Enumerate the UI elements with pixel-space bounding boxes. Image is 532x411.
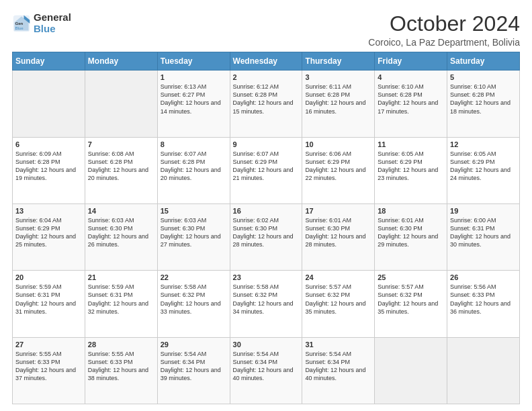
day-info: Sunrise: 5:57 AM Sunset: 6:32 PM Dayligh… [378, 283, 444, 316]
calendar-day-cell: 27Sunrise: 5:55 AM Sunset: 6:33 PM Dayli… [13, 337, 85, 404]
day-number: 11 [378, 140, 444, 148]
day-number: 29 [161, 340, 227, 349]
calendar-week-row: 13Sunrise: 6:04 AM Sunset: 6:29 PM Dayli… [13, 203, 520, 270]
logo-general: General [34, 12, 71, 24]
day-info: Sunrise: 6:01 AM Sunset: 6:30 PM Dayligh… [305, 216, 371, 249]
day-number: 31 [305, 340, 371, 349]
calendar-day-cell: 2Sunrise: 6:12 AM Sunset: 6:28 PM Daylig… [230, 71, 302, 137]
logo-blue: Blue [34, 24, 71, 35]
day-number: 3 [305, 73, 371, 81]
calendar-day-header: Saturday [447, 52, 520, 71]
day-number: 21 [88, 273, 154, 281]
day-info: Sunrise: 5:58 AM Sunset: 6:32 PM Dayligh… [161, 283, 227, 316]
day-number: 16 [233, 207, 300, 215]
calendar-day-cell: 1Sunrise: 6:13 AM Sunset: 6:27 PM Daylig… [157, 71, 230, 137]
calendar-week-row: 27Sunrise: 5:55 AM Sunset: 6:33 PM Dayli… [13, 337, 520, 404]
day-number: 19 [450, 207, 517, 215]
day-number: 2 [233, 73, 300, 81]
day-number: 15 [161, 207, 227, 215]
day-info: Sunrise: 6:11 AM Sunset: 6:28 PM Dayligh… [305, 83, 371, 116]
calendar-day-cell: 28Sunrise: 5:55 AM Sunset: 6:33 PM Dayli… [85, 337, 157, 404]
calendar-day-cell: 19Sunrise: 6:00 AM Sunset: 6:31 PM Dayli… [447, 203, 520, 270]
calendar-day-cell: 7Sunrise: 6:08 AM Sunset: 6:28 PM Daylig… [85, 137, 157, 203]
day-info: Sunrise: 5:56 AM Sunset: 6:33 PM Dayligh… [450, 283, 517, 316]
calendar-week-row: 6Sunrise: 6:09 AM Sunset: 6:28 PM Daylig… [13, 137, 520, 203]
calendar-day-cell: 29Sunrise: 5:54 AM Sunset: 6:34 PM Dayli… [157, 337, 230, 404]
day-number: 13 [15, 207, 82, 215]
calendar-day-cell: 17Sunrise: 6:01 AM Sunset: 6:30 PM Dayli… [302, 203, 375, 270]
calendar-day-cell: 25Sunrise: 5:57 AM Sunset: 6:32 PM Dayli… [375, 271, 447, 337]
calendar-day-cell: 21Sunrise: 5:59 AM Sunset: 6:31 PM Dayli… [85, 271, 157, 337]
calendar-day-cell: 15Sunrise: 6:03 AM Sunset: 6:30 PM Dayli… [157, 203, 230, 270]
calendar-day-cell: 20Sunrise: 5:59 AM Sunset: 6:31 PM Dayli… [13, 271, 85, 337]
calendar-day-cell: 23Sunrise: 5:58 AM Sunset: 6:32 PM Dayli… [230, 271, 302, 337]
calendar-day-cell: 24Sunrise: 5:57 AM Sunset: 6:32 PM Dayli… [302, 271, 375, 337]
day-number: 28 [88, 340, 154, 349]
calendar-day-header: Wednesday [230, 52, 302, 71]
calendar-day-cell: 18Sunrise: 6:01 AM Sunset: 6:30 PM Dayli… [375, 203, 447, 270]
calendar-day-header: Thursday [302, 52, 375, 71]
day-info: Sunrise: 5:54 AM Sunset: 6:34 PM Dayligh… [305, 350, 371, 383]
day-info: Sunrise: 6:12 AM Sunset: 6:28 PM Dayligh… [233, 83, 300, 116]
day-number: 14 [88, 207, 154, 215]
day-info: Sunrise: 6:04 AM Sunset: 6:29 PM Dayligh… [15, 216, 82, 249]
day-info: Sunrise: 5:55 AM Sunset: 6:33 PM Dayligh… [88, 350, 154, 383]
day-number: 9 [233, 140, 300, 148]
calendar-week-row: 20Sunrise: 5:59 AM Sunset: 6:31 PM Dayli… [13, 271, 520, 337]
page-subtitle: Coroico, La Paz Department, Bolivia [368, 37, 520, 48]
calendar-day-cell: 3Sunrise: 6:11 AM Sunset: 6:28 PM Daylig… [302, 71, 375, 137]
calendar-day-cell: 30Sunrise: 5:54 AM Sunset: 6:34 PM Dayli… [230, 337, 302, 404]
day-info: Sunrise: 6:08 AM Sunset: 6:28 PM Dayligh… [88, 150, 154, 183]
calendar-day-cell: 10Sunrise: 6:06 AM Sunset: 6:29 PM Dayli… [302, 137, 375, 203]
calendar-day-cell: 26Sunrise: 5:56 AM Sunset: 6:33 PM Dayli… [447, 271, 520, 337]
calendar-day-header: Monday [85, 52, 157, 71]
day-info: Sunrise: 6:06 AM Sunset: 6:29 PM Dayligh… [305, 150, 371, 183]
day-number: 17 [305, 207, 371, 215]
calendar-day-cell: 5Sunrise: 6:10 AM Sunset: 6:28 PM Daylig… [447, 71, 520, 137]
day-number: 20 [15, 273, 82, 281]
day-info: Sunrise: 5:59 AM Sunset: 6:31 PM Dayligh… [88, 283, 154, 316]
calendar-day-cell: 13Sunrise: 6:04 AM Sunset: 6:29 PM Dayli… [13, 203, 85, 270]
day-number: 27 [15, 340, 82, 349]
day-info: Sunrise: 6:10 AM Sunset: 6:28 PM Dayligh… [450, 83, 517, 116]
day-number: 25 [378, 273, 444, 281]
calendar-day-cell [375, 337, 447, 404]
day-number: 22 [161, 273, 227, 281]
day-info: Sunrise: 5:54 AM Sunset: 6:34 PM Dayligh… [233, 350, 300, 383]
calendar-header-row: SundayMondayTuesdayWednesdayThursdayFrid… [13, 52, 520, 71]
day-number: 10 [305, 140, 371, 148]
day-info: Sunrise: 5:54 AM Sunset: 6:34 PM Dayligh… [161, 350, 227, 383]
calendar-day-header: Tuesday [157, 52, 230, 71]
calendar-day-cell: 12Sunrise: 6:05 AM Sunset: 6:29 PM Dayli… [447, 137, 520, 203]
day-number: 1 [161, 73, 227, 81]
day-info: Sunrise: 6:05 AM Sunset: 6:29 PM Dayligh… [450, 150, 517, 183]
day-number: 7 [88, 140, 154, 148]
calendar-day-cell: 11Sunrise: 6:05 AM Sunset: 6:29 PM Dayli… [375, 137, 447, 203]
day-number: 24 [305, 273, 371, 281]
day-info: Sunrise: 6:10 AM Sunset: 6:28 PM Dayligh… [378, 83, 444, 116]
day-info: Sunrise: 6:00 AM Sunset: 6:31 PM Dayligh… [450, 216, 517, 249]
calendar-day-cell: 22Sunrise: 5:58 AM Sunset: 6:32 PM Dayli… [157, 271, 230, 337]
day-info: Sunrise: 6:02 AM Sunset: 6:30 PM Dayligh… [233, 216, 300, 249]
svg-text:Gen: Gen [15, 20, 23, 25]
calendar-day-cell [85, 71, 157, 137]
calendar-day-cell: 4Sunrise: 6:10 AM Sunset: 6:28 PM Daylig… [375, 71, 447, 137]
calendar-day-header: Sunday [13, 52, 85, 71]
day-info: Sunrise: 5:55 AM Sunset: 6:33 PM Dayligh… [15, 350, 82, 383]
day-info: Sunrise: 6:03 AM Sunset: 6:30 PM Dayligh… [161, 216, 227, 249]
page-title: October 2024 [368, 12, 520, 36]
calendar-table: SundayMondayTuesdayWednesdayThursdayFrid… [12, 52, 520, 404]
calendar-day-cell: 16Sunrise: 6:02 AM Sunset: 6:30 PM Dayli… [230, 203, 302, 270]
day-info: Sunrise: 6:03 AM Sunset: 6:30 PM Dayligh… [88, 216, 154, 249]
day-info: Sunrise: 5:59 AM Sunset: 6:31 PM Dayligh… [15, 283, 82, 316]
calendar-day-cell: 8Sunrise: 6:07 AM Sunset: 6:28 PM Daylig… [157, 137, 230, 203]
calendar-day-cell: 31Sunrise: 5:54 AM Sunset: 6:34 PM Dayli… [302, 337, 375, 404]
day-info: Sunrise: 6:05 AM Sunset: 6:29 PM Dayligh… [378, 150, 444, 183]
calendar-day-cell [13, 71, 85, 137]
calendar-day-cell: 6Sunrise: 6:09 AM Sunset: 6:28 PM Daylig… [13, 137, 85, 203]
day-info: Sunrise: 6:07 AM Sunset: 6:28 PM Dayligh… [161, 150, 227, 183]
day-info: Sunrise: 6:07 AM Sunset: 6:29 PM Dayligh… [233, 150, 300, 183]
day-number: 6 [15, 140, 82, 148]
logo-text-block: General Blue [34, 12, 71, 34]
calendar-day-cell: 14Sunrise: 6:03 AM Sunset: 6:30 PM Dayli… [85, 203, 157, 270]
